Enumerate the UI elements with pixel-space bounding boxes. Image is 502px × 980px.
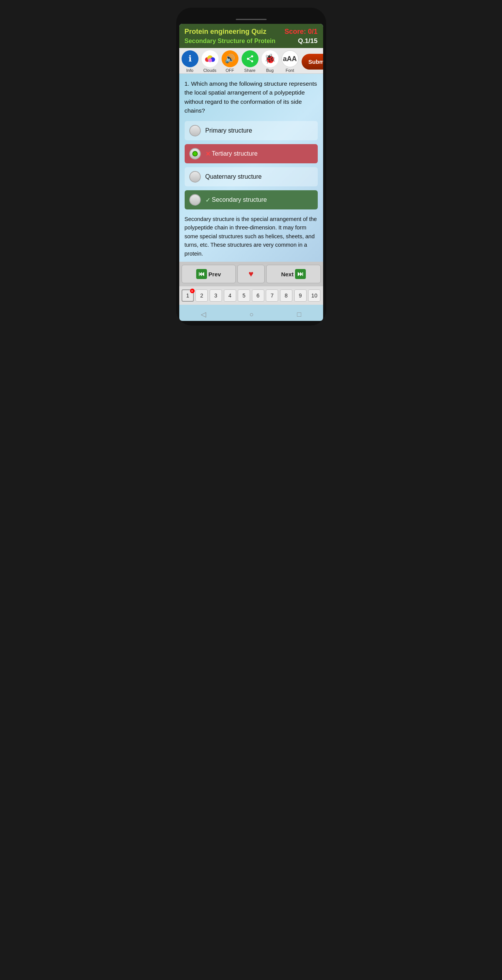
answer-label-a: Primary structure <box>205 127 252 134</box>
sound-button[interactable]: 🔊 OFF <box>220 50 240 73</box>
share-icon <box>242 50 259 67</box>
q-num-9[interactable]: 9 <box>294 289 307 302</box>
prev-button[interactable]: ⏮ Prev <box>182 265 236 283</box>
svg-point-3 <box>208 58 212 62</box>
next-button[interactable]: Next ⏭ <box>266 265 320 283</box>
info-icon: ℹ <box>182 50 198 67</box>
bug-icon: 🐞 <box>262 50 279 67</box>
radio-d <box>189 194 201 206</box>
question-text: 1. Which among the following structure r… <box>185 79 318 115</box>
share-button[interactable]: Share <box>240 50 260 73</box>
wrong-marker: ✕ <box>205 150 210 158</box>
bottom-nav: ⏮ Prev ♥ Next ⏭ <box>179 262 323 286</box>
prev-label: Prev <box>208 271 221 277</box>
font-icon: aAA <box>282 50 299 67</box>
answer-label-c: Quaternary structure <box>205 173 262 180</box>
next-label: Next <box>281 271 294 277</box>
q-num-1-marker: ✕ <box>190 289 195 293</box>
bug-button[interactable]: 🐞 Bug <box>260 50 280 73</box>
radio-b <box>189 148 201 159</box>
answer-option-d[interactable]: ✓ Secondary structure <box>185 190 318 209</box>
check-marker: ✓ <box>205 196 210 204</box>
share-label: Share <box>244 68 255 73</box>
question-number: Q.1/15 <box>298 37 317 45</box>
q-num-5[interactable]: 5 <box>238 289 250 302</box>
info-button[interactable]: ℹ Info <box>180 50 200 73</box>
android-recents-button[interactable]: □ <box>297 311 301 319</box>
content-area: 1. Which among the following structure r… <box>179 74 323 262</box>
sound-label: OFF <box>226 68 234 73</box>
q-num-7[interactable]: 7 <box>266 289 278 302</box>
radio-a <box>189 125 201 136</box>
sound-icon: 🔊 <box>222 50 238 67</box>
prev-icon: ⏮ <box>196 269 207 279</box>
app-title: Protein engineering Quiz <box>185 28 267 36</box>
explanation-text: Secondary structure is the special arran… <box>185 215 318 258</box>
clouds-label: Clouds <box>203 68 216 73</box>
score-display: Score: 0/1 <box>284 28 317 36</box>
q-num-4[interactable]: 4 <box>224 289 236 302</box>
quiz-subtitle: Secondary Structure of Protein <box>185 38 276 45</box>
info-label: Info <box>186 68 193 73</box>
submit-button[interactable]: Submit All <box>302 54 323 70</box>
answer-label-d: Secondary structure <box>212 196 267 203</box>
q-num-2[interactable]: 2 <box>195 289 208 302</box>
answer-label-b: Tertiary structure <box>212 150 258 157</box>
q-num-3[interactable]: 3 <box>210 289 222 302</box>
android-nav-bar: ◁ ○ □ <box>179 305 323 321</box>
clouds-button[interactable]: Clouds <box>200 50 220 73</box>
q-num-6[interactable]: 6 <box>252 289 264 302</box>
answer-option-c[interactable]: Quaternary structure <box>185 167 318 186</box>
answer-option-a[interactable]: Primary structure <box>185 121 318 140</box>
clouds-icon <box>202 50 218 67</box>
q-num-8[interactable]: 8 <box>280 289 292 302</box>
font-label: Font <box>285 68 294 73</box>
android-home-button[interactable]: ○ <box>250 311 254 319</box>
radio-c <box>189 171 201 183</box>
heart-button[interactable]: ♥ <box>237 265 265 283</box>
submit-all-button[interactable]: Submit All <box>300 53 323 70</box>
bug-label: Bug <box>266 68 274 73</box>
toolbar: ℹ Info Clouds 🔊 OFF <box>179 48 323 74</box>
q-num-10[interactable]: 10 <box>308 289 320 302</box>
question-numbers: 1 ✕ 2 3 4 5 6 7 8 9 10 <box>179 286 323 305</box>
next-icon: ⏭ <box>295 269 306 279</box>
font-button[interactable]: aAA Font <box>280 50 300 73</box>
android-back-button[interactable]: ◁ <box>201 310 206 319</box>
q-num-1[interactable]: 1 ✕ <box>182 289 194 302</box>
q-num-1-label: 1 <box>186 292 189 299</box>
answer-option-b[interactable]: ✕ Tertiary structure <box>185 144 318 163</box>
heart-icon: ♥ <box>248 269 254 279</box>
